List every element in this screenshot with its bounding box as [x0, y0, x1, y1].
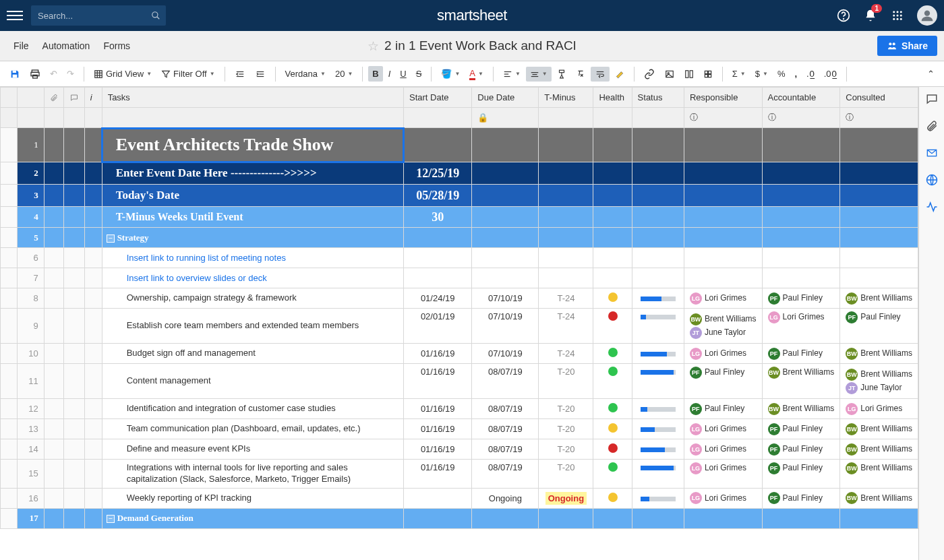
person-chip[interactable]: LGLori Grimes	[690, 292, 757, 305]
outdent-icon[interactable]	[231, 67, 249, 82]
highlight-icon[interactable]	[611, 66, 628, 82]
table-row[interactable]: 13 Team communication plan (Dashboard, e…	[1, 419, 918, 439]
tminus-header[interactable]: T-Minus	[539, 88, 593, 108]
font-select[interactable]: Verdana ▼	[281, 66, 330, 82]
health-indicator[interactable]	[608, 367, 618, 376]
person-chip[interactable]: PFPaul Finley	[768, 423, 835, 435]
person-chip[interactable]: BWBrent Williams	[846, 443, 912, 456]
collapse-icon[interactable]: −	[107, 235, 115, 243]
person-chip[interactable]: PFPaul Finley	[690, 403, 757, 415]
banner-cell[interactable]: Event Architects Trade Show	[102, 128, 403, 162]
filter-button[interactable]: Filter Off▼	[157, 66, 219, 82]
person-chip[interactable]: BWBrent Williams	[690, 313, 757, 325]
progress-bar[interactable]	[641, 370, 676, 375]
favorite-star-icon[interactable]: ☆	[367, 38, 379, 54]
align-left-icon[interactable]: ▼	[499, 67, 525, 82]
table-row[interactable]: 1 Event Architects Trade Show	[1, 128, 918, 162]
publish-rail-icon[interactable]	[925, 173, 939, 187]
info-icon[interactable]: ⓘ	[846, 113, 854, 122]
table-row[interactable]: 11 Content management 01/16/19 08/07/19 …	[1, 364, 918, 399]
person-chip[interactable]: LGLori Grimes	[690, 462, 757, 474]
sheet-grid[interactable]: i Tasks Start Date Due Date T-Minus Heal…	[0, 87, 918, 529]
health-indicator[interactable]	[608, 311, 618, 321]
share-button[interactable]: Share	[877, 36, 937, 56]
comments-rail-icon[interactable]	[925, 92, 939, 106]
info-column-icon[interactable]: i	[84, 88, 102, 108]
table-row[interactable]: 9 Establish core team members and extend…	[1, 309, 918, 344]
person-chip[interactable]: JTJune Taylor	[846, 382, 912, 394]
grid-view-button[interactable]: Grid View▼	[90, 66, 156, 82]
strikethrough-button[interactable]: S	[412, 66, 426, 82]
image-icon[interactable]	[660, 67, 679, 82]
person-chip[interactable]: LGLori Grimes	[690, 492, 757, 504]
due-date-header[interactable]: Due Date	[472, 88, 539, 108]
file-menu[interactable]: File	[7, 36, 36, 55]
table-row[interactable]: 15 Integrations with internal tools for …	[1, 460, 918, 489]
table-row[interactable]: 2 Enter Event Date Here -------------->>…	[1, 162, 918, 185]
comment-column-icon[interactable]	[63, 88, 84, 108]
person-chip[interactable]: PFPaul Finley	[690, 367, 757, 379]
underline-button[interactable]: U	[396, 66, 410, 82]
text-color-button[interactable]: A▼	[465, 65, 488, 83]
link-icon[interactable]	[640, 66, 659, 82]
collapse-icon[interactable]: −	[107, 515, 115, 523]
redo-icon[interactable]: ↷	[63, 66, 78, 82]
accountable-header[interactable]: Accountable	[762, 88, 840, 108]
person-chip[interactable]: LGLori Grimes	[768, 311, 835, 323]
undo-icon[interactable]: ↶	[46, 66, 61, 82]
progress-bar[interactable]	[641, 297, 676, 301]
person-chip[interactable]: LGLori Grimes	[690, 348, 757, 360]
progress-bar[interactable]	[641, 407, 676, 412]
clear-format-icon[interactable]	[572, 66, 589, 82]
search-input[interactable]	[38, 11, 151, 21]
save-icon[interactable]	[5, 66, 24, 82]
person-chip[interactable]: LGLori Grimes	[690, 443, 757, 456]
health-header[interactable]: Health	[593, 88, 632, 108]
person-chip[interactable]: BWBrent Williams	[768, 403, 835, 415]
health-indicator[interactable]	[608, 292, 618, 302]
hamburger-menu-icon[interactable]	[7, 7, 23, 24]
table-row[interactable]: 12 Identification and integration of cus…	[1, 399, 918, 419]
person-chip[interactable]: LGLori Grimes	[846, 403, 912, 415]
health-indicator[interactable]	[608, 462, 618, 472]
currency-icon[interactable]: $▼	[751, 66, 772, 82]
bold-button[interactable]: B	[368, 66, 382, 82]
forms-menu[interactable]: Forms	[96, 36, 137, 55]
progress-bar[interactable]	[641, 466, 676, 470]
table-row[interactable]: 14 Define and measure event KPIs 01/16/1…	[1, 439, 918, 460]
automation-menu[interactable]: Automation	[36, 36, 97, 55]
person-chip[interactable]: BWBrent Williams	[846, 423, 912, 435]
table-row[interactable]: 3 Today's Date 05/28/19	[1, 185, 918, 207]
health-indicator[interactable]	[608, 493, 618, 502]
search-box[interactable]	[31, 5, 166, 26]
font-size-select[interactable]: 20 ▼	[331, 66, 357, 82]
person-chip[interactable]: PFPaul Finley	[846, 311, 912, 323]
table-row[interactable]: 6 Insert link to running list of meeting…	[1, 248, 918, 268]
user-avatar[interactable]	[917, 5, 937, 26]
proof-rail-icon[interactable]	[925, 146, 939, 160]
fill-color-button[interactable]: 🪣▼	[437, 66, 464, 82]
person-chip[interactable]: BWBrent Williams	[846, 462, 912, 474]
activity-rail-icon[interactable]	[925, 200, 939, 214]
person-chip[interactable]: BWBrent Williams	[846, 492, 912, 504]
table-row[interactable]: 17 −Demand Generation	[1, 508, 918, 528]
indent-icon[interactable]	[251, 67, 270, 82]
progress-bar[interactable]	[641, 352, 676, 356]
progress-bar[interactable]	[641, 427, 676, 432]
percent-icon[interactable]: %	[773, 66, 790, 82]
apps-grid-icon[interactable]	[890, 8, 905, 23]
progress-bar[interactable]	[641, 447, 676, 452]
person-chip[interactable]: PFPaul Finley	[768, 292, 835, 305]
health-indicator[interactable]	[608, 348, 618, 357]
search-icon[interactable]	[151, 11, 160, 20]
progress-bar[interactable]	[641, 497, 676, 501]
person-chip[interactable]: BWBrent Williams	[846, 369, 912, 381]
comma-icon[interactable]: ,	[790, 66, 801, 82]
health-indicator[interactable]	[608, 423, 618, 433]
info-icon[interactable]: ⓘ	[768, 113, 776, 122]
person-chip[interactable]: BWBrent Williams	[768, 367, 835, 379]
person-chip[interactable]: PFPaul Finley	[768, 492, 835, 504]
status-header[interactable]: Status	[632, 88, 684, 108]
expand-toolbar-icon[interactable]: ⌃	[923, 66, 939, 82]
increase-decimal-icon[interactable]: .00̲	[820, 66, 841, 82]
